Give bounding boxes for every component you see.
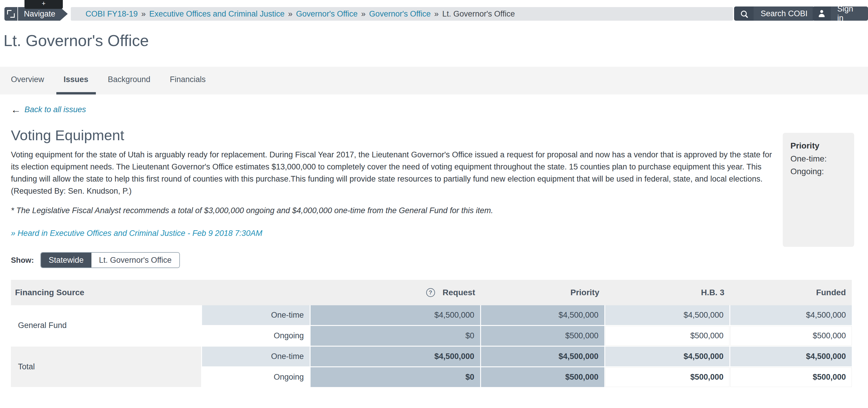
priority-one-time-label: One-time: <box>790 154 854 164</box>
back-arrow-icon: ← <box>11 105 21 115</box>
general-fund-one-time-label: One-time <box>202 305 310 325</box>
total-one-time-funded: $4,500,000 <box>730 347 852 367</box>
financing-table-header: Financing Source ? Request Priority H.B.… <box>11 280 852 305</box>
issue-title: Voting Equipment <box>11 127 868 144</box>
total-ongoing-request: $0 <box>311 367 480 387</box>
header-funded-label: Funded <box>816 288 846 297</box>
navigate-label: Navigate <box>24 9 56 19</box>
tab-background[interactable]: Background <box>100 67 158 94</box>
navigate-button[interactable]: Navigate <box>18 7 68 21</box>
general-fund-one-time-priority: $4,500,000 <box>481 305 604 325</box>
requested-by-text: (Requested By: Sen. Knudson, P.) <box>11 185 775 197</box>
heard-in-committee-link[interactable]: » Heard in Executive Offices and Crimina… <box>11 229 262 238</box>
sign-in-button[interactable]: Sign in <box>812 6 868 21</box>
bottom-spacer <box>11 387 868 404</box>
total-ongoing-label: Ongoing <box>202 367 310 387</box>
total-one-time-request: $4,500,000 <box>311 347 480 367</box>
row-group-general-fund: General Fund <box>11 305 201 346</box>
search-cobi-button[interactable]: Search COBI <box>734 6 815 21</box>
breadcrumb-link-committee[interactable]: Executive Offices and Criminal Justice <box>149 9 285 19</box>
total-one-time-hb3: $4,500,000 <box>605 347 730 367</box>
header-request: ? Request <box>311 288 481 297</box>
tab-bar: Overview Issues Background Financials <box>0 67 868 94</box>
navigate-hover-tab: + <box>25 0 63 9</box>
header-priority: Priority <box>481 288 605 297</box>
header-financing-source: Financing Source <box>11 288 311 297</box>
priority-box-title: Priority <box>790 141 854 151</box>
help-icon[interactable]: ? <box>426 288 435 297</box>
general-fund-ongoing-funded: $500,000 <box>730 326 852 346</box>
general-fund-ongoing-label: Ongoing <box>202 326 310 346</box>
general-fund-one-time-hb3: $4,500,000 <box>605 305 730 325</box>
total-ongoing-hb3: $500,000 <box>605 367 730 387</box>
search-cobi-label: Search COBI <box>753 6 815 21</box>
total-ongoing-funded: $500,000 <box>730 367 852 387</box>
back-row: ← Back to all issues <box>11 105 868 115</box>
move-icon: + <box>42 0 46 9</box>
breadcrumb: COBI FY18-19 » Executive Offices and Cri… <box>71 7 733 21</box>
general-fund-ongoing-priority: $500,000 <box>481 326 604 346</box>
header-funded: Funded <box>730 288 852 297</box>
tab-issues[interactable]: Issues <box>56 67 96 94</box>
back-to-all-issues-link[interactable]: Back to all issues <box>25 105 86 114</box>
total-one-time-priority: $4,500,000 <box>481 347 604 367</box>
header-priority-label: Priority <box>570 288 599 297</box>
search-icon <box>741 11 747 17</box>
breadcrumb-separator: » <box>361 9 366 19</box>
breadcrumb-separator: » <box>288 9 292 19</box>
general-fund-one-time-funded: $4,500,000 <box>730 305 852 325</box>
breadcrumb-link-cobi[interactable]: COBI FY18-19 <box>86 9 138 19</box>
row-group-total: Total <box>11 347 201 387</box>
breadcrumb-separator: » <box>141 9 146 19</box>
header-hb3-label: H.B. 3 <box>701 288 724 297</box>
show-toggle-row: Show: Statewide Lt. Governor's Office <box>11 252 868 268</box>
sign-in-label: Sign in <box>831 6 868 21</box>
breadcrumb-link-governors-office[interactable]: Governor's Office <box>296 9 358 19</box>
issue-body-text: Voting equipment for the state of Utah i… <box>11 150 772 183</box>
main-content: ← Back to all issues Priority One-time: … <box>0 105 868 404</box>
toggle-statewide[interactable]: Statewide <box>41 253 91 267</box>
issue-description: Voting equipment for the state of Utah i… <box>11 149 775 197</box>
breadcrumb-separator: » <box>434 9 439 19</box>
general-fund-ongoing-hb3: $500,000 <box>605 326 730 346</box>
person-icon <box>818 10 825 17</box>
expand-button[interactable] <box>4 7 18 21</box>
search-icon-zone <box>734 6 753 21</box>
breadcrumb-current: Lt. Governor's Office <box>442 9 515 19</box>
total-ongoing-priority: $500,000 <box>481 367 604 387</box>
priority-box: Priority One-time: Ongoing: <box>783 133 854 247</box>
priority-ongoing-label: Ongoing: <box>790 167 854 176</box>
tab-financials[interactable]: Financials <box>162 67 213 94</box>
person-icon-zone <box>812 6 831 21</box>
financing-table-body: General Fund One-time $4,500,000 $4,500,… <box>11 305 852 387</box>
page-title: Lt. Governor's Office <box>4 31 868 50</box>
toggle-lt-governors-office[interactable]: Lt. Governor's Office <box>91 253 179 267</box>
breadcrumb-link-governors-office-2[interactable]: Governor's Office <box>369 9 431 19</box>
top-bar: COBI FY18-19 » Executive Offices and Cri… <box>0 0 868 21</box>
header-hb3: H.B. 3 <box>605 288 730 297</box>
general-fund-one-time-request: $4,500,000 <box>311 305 480 325</box>
financing-table: Financing Source ? Request Priority H.B.… <box>11 280 852 387</box>
tab-overview[interactable]: Overview <box>4 67 52 94</box>
expand-icon <box>7 10 15 18</box>
header-request-label: Request <box>443 288 475 297</box>
show-label: Show: <box>11 256 34 265</box>
total-one-time-label: One-time <box>202 347 310 367</box>
scope-toggle-group: Statewide Lt. Governor's Office <box>40 252 180 268</box>
analyst-recommendation-note: * The Legislative Fiscal Analyst recomme… <box>11 206 775 215</box>
general-fund-ongoing-request: $0 <box>311 326 480 346</box>
